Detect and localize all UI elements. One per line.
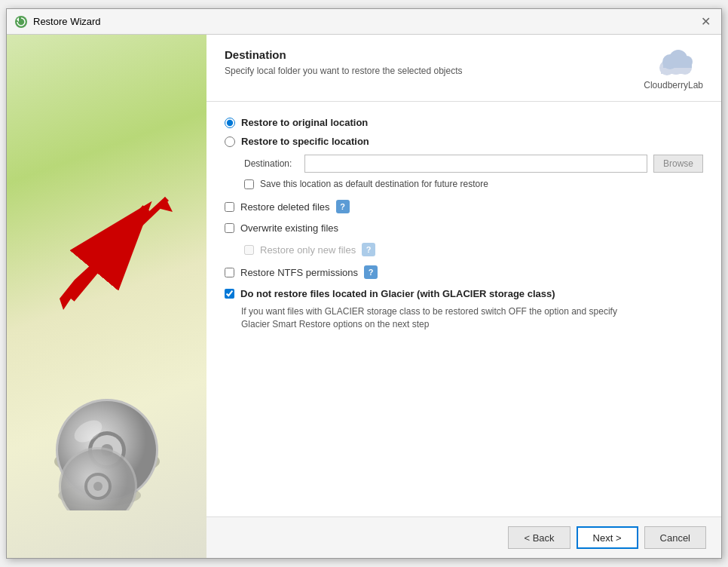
restore-original-label: Restore to original location [241, 117, 368, 128]
restore-ntfs-row[interactable]: Restore NTFS permissions ? [225, 265, 703, 279]
svg-rect-26 [663, 62, 692, 68]
restore-ntfs-checkbox[interactable] [225, 268, 234, 277]
window-title: Restore Wizard [33, 16, 101, 27]
cloudberry-logo: CloudberryLab [644, 48, 703, 90]
restore-ntfs-help-icon[interactable]: ? [364, 265, 378, 279]
restore-specific-radio[interactable] [225, 136, 235, 147]
restore-wizard-icon [14, 15, 28, 29]
glacier-row[interactable]: Do not restore files located in Glacier … [225, 288, 703, 299]
title-bar: Restore Wizard ✕ [7, 9, 721, 35]
next-button[interactable]: Next > [577, 526, 638, 549]
restore-deleted-label: Restore deleted files [240, 201, 330, 213]
save-location-label: Save this location as default destinatio… [260, 179, 488, 189]
main-content: Destination Specify local folder you wan… [7, 35, 721, 558]
restore-only-new-help-icon[interactable]: ? [362, 243, 375, 256]
browse-button[interactable]: Browse [653, 155, 703, 173]
destination-label: Destination: [244, 158, 298, 169]
save-location-checkbox[interactable] [244, 179, 254, 189]
close-button[interactable]: ✕ [697, 14, 714, 30]
form-section: Restore to original location Restore to … [206, 102, 721, 516]
svg-rect-22 [661, 68, 688, 74]
indented-section: Destination: Browse Save this location a… [225, 155, 703, 189]
left-panel [7, 35, 206, 558]
restore-original-radio[interactable] [225, 118, 235, 128]
restore-only-new-checkbox[interactable] [244, 245, 254, 255]
overwrite-existing-row[interactable]: Overwrite existing files [225, 222, 703, 234]
cloudberry-logo-icon [653, 48, 694, 77]
footer: < Back Next > Cancel [206, 516, 721, 558]
svg-point-18 [93, 482, 102, 491]
cancel-button[interactable]: Cancel [644, 526, 706, 549]
title-bar-left: Restore Wizard [14, 15, 101, 29]
save-location-row[interactable]: Save this location as default destinatio… [244, 179, 703, 189]
right-panel: Destination Specify local folder you wan… [206, 35, 721, 558]
destination-row: Destination: Browse [244, 155, 703, 173]
restore-wizard-window: Restore Wizard ✕ [6, 8, 722, 559]
back-button[interactable]: < Back [508, 526, 570, 549]
glacier-description: If you want files with GLACIER storage c… [225, 305, 632, 331]
restore-only-new-label: Restore only new files [260, 244, 356, 256]
header-section: Destination Specify local folder you wan… [206, 35, 721, 102]
restore-deleted-row[interactable]: Restore deleted files ? [225, 200, 703, 213]
red-arrow [48, 193, 176, 316]
overwrite-existing-checkbox[interactable] [225, 223, 234, 233]
section-title: Destination [225, 48, 463, 61]
restore-deleted-checkbox[interactable] [225, 202, 234, 212]
overwrite-existing-label: Overwrite existing files [240, 222, 338, 234]
restore-ntfs-label: Restore NTFS permissions [240, 267, 358, 278]
disc-graphic [47, 390, 167, 513]
restore-only-new-row: Restore only new files ? [244, 243, 703, 256]
glacier-label: Do not restore files located in Glacier … [240, 288, 555, 299]
cloudberry-logo-text: CloudberryLab [644, 80, 703, 90]
destination-input[interactable] [304, 155, 647, 173]
restore-deleted-help-icon[interactable]: ? [336, 200, 350, 213]
header-text: Destination Specify local folder you wan… [225, 48, 463, 78]
restore-specific-option[interactable]: Restore to specific location [225, 136, 703, 147]
glacier-checkbox[interactable] [225, 289, 234, 299]
section-subtitle: Specify local folder you want to restore… [225, 65, 463, 78]
restore-original-option[interactable]: Restore to original location [225, 117, 703, 128]
restore-specific-label: Restore to specific location [241, 136, 369, 147]
